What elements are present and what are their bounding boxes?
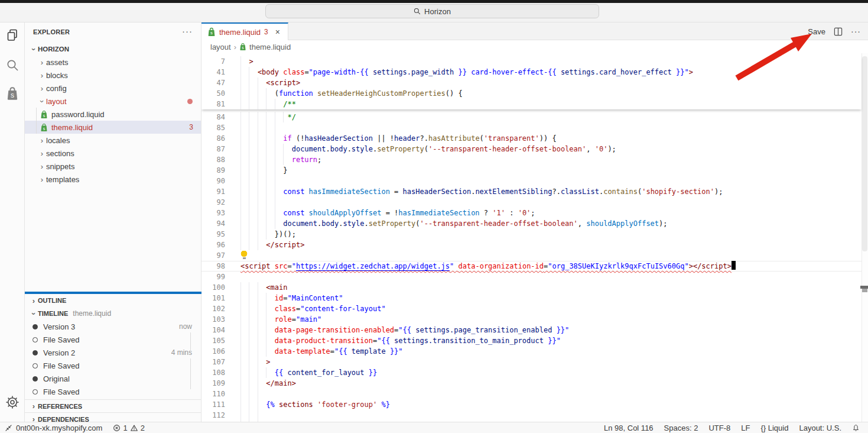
save-button[interactable]: Save <box>808 27 825 36</box>
code-line[interactable]: 101id="MainContent" <box>201 293 862 303</box>
editor-scrollbar[interactable] <box>862 53 868 422</box>
notifications-bell-icon[interactable] <box>852 424 860 432</box>
search-sidebar-icon[interactable] <box>5 58 19 72</box>
problems-status[interactable]: 1 2 <box>113 424 144 432</box>
code-token: "MainContent" <box>287 294 343 302</box>
tree-folder-assets[interactable]: assets <box>25 56 201 69</box>
code-line[interactable]: 108{{ content_for_layout }} <box>201 367 862 378</box>
code-line[interactable]: 111{% sections 'footer-group' %} <box>201 399 862 410</box>
code-line[interactable]: 96</script> <box>201 240 862 250</box>
code-line[interactable]: 92 <box>201 197 862 208</box>
code-line[interactable]: 100<main <box>201 282 862 293</box>
timeline-item-file-saved[interactable]: File Saved <box>25 333 201 346</box>
breadcrumb[interactable]: layout › s theme.liquid <box>201 40 868 53</box>
explorer-more-actions[interactable]: ··· <box>182 26 193 36</box>
code-line[interactable]: 87document.body.style.setProperty('--tra… <box>201 144 862 154</box>
line-number: 102 <box>201 303 225 314</box>
tree-folder-config[interactable]: config <box>25 82 201 95</box>
code-line[interactable]: 89} <box>201 165 862 176</box>
code-line[interactable]: 90 <box>201 176 862 186</box>
code-line[interactable]: 102class="content-for-layout" <box>201 303 862 314</box>
code-line[interactable]: 88return; <box>201 154 862 165</box>
code-line[interactable]: 7> <box>201 56 862 67</box>
outline-panel-header[interactable]: OUTLINE <box>25 294 201 307</box>
tree-folder-snippets[interactable]: snippets <box>25 160 201 173</box>
tree-root-horizon[interactable]: HORIZON <box>25 43 201 56</box>
code-token: return <box>292 156 317 164</box>
tree-folder-locales[interactable]: locales <box>25 134 201 147</box>
code-line[interactable]: 104data-page-transition-enabled="{{ sett… <box>201 325 862 335</box>
timeline-panel-header[interactable]: TIMELINE theme.liquid <box>25 307 201 320</box>
store-url-status[interactable]: 0nt00n-xk.myshopify.com <box>16 424 102 432</box>
code-token: class <box>275 305 296 313</box>
encoding-status[interactable]: UTF-8 <box>708 424 730 432</box>
code-line[interactable]: 106data-template="{{ template }}" <box>201 346 862 357</box>
code-line[interactable]: 81/** <box>201 99 862 109</box>
shopify-extension-icon[interactable]: s <box>5 86 19 101</box>
error-count: 1 <box>123 424 127 432</box>
settings-gear-icon[interactable] <box>5 395 19 409</box>
code-line[interactable]: 50(function setHeaderHeighCustomProperti… <box>201 88 862 99</box>
code-line[interactable]: 47<script> <box>201 77 862 88</box>
code-line[interactable]: 99 <box>201 272 862 282</box>
chevron-right-icon <box>38 84 46 93</box>
code-line[interactable]: 86if (!hasHeaderSection || !header?.hasA… <box>201 133 862 144</box>
code-line[interactable]: 107> <box>201 357 862 367</box>
tab-theme-liquid[interactable]: s theme.liquid 3 × <box>201 22 288 40</box>
timeline-item-file-saved[interactable]: File Saved <box>25 385 201 398</box>
tree-folder-templates[interactable]: templates <box>25 173 201 186</box>
line-number: 91 <box>201 186 225 197</box>
code-line[interactable]: 91const hasImmediateSection = hasHeaderS… <box>201 186 862 197</box>
code-line[interactable]: 98<script src="https://widget.zedchat.ap… <box>201 261 862 272</box>
code-line[interactable]: 112 <box>201 410 862 421</box>
command-center-search[interactable]: Horizon <box>265 4 599 18</box>
code-line[interactable]: 97 <box>201 250 862 261</box>
line-number: 97 <box>201 250 225 261</box>
code-line[interactable]: 94document.body.style.setProperty('--tra… <box>201 218 862 229</box>
timeline-item-version-2[interactable]: Version 2 4 mins <box>25 346 201 359</box>
timeline-item-original[interactable]: Original <box>25 372 201 385</box>
tree-file-theme-liquid[interactable]: s theme.liquid 3 <box>25 121 201 134</box>
code-line[interactable]: 105data-product-transition="{{ settings.… <box>201 335 862 346</box>
breadcrumb-file[interactable]: theme.liquid <box>249 43 291 51</box>
tree-file-password-liquid[interactable]: s password.liquid <box>25 108 201 121</box>
code-line[interactable]: 84*/ <box>201 112 862 122</box>
indent-guides <box>240 240 266 250</box>
split-editor-icon[interactable] <box>834 27 843 36</box>
line-number: 90 <box>201 176 225 186</box>
code-token: , <box>586 145 594 153</box>
explorer-icon[interactable] <box>5 28 19 43</box>
scrollbar-slider[interactable] <box>862 56 867 251</box>
tab-close-icon[interactable]: × <box>275 27 280 37</box>
chevron-down-icon <box>38 97 46 106</box>
tree-folder-blocks[interactable]: blocks <box>25 69 201 82</box>
code-line[interactable]: 93const shouldApplyOffset = !hasImmediat… <box>201 208 862 218</box>
more-actions-icon[interactable]: ··· <box>851 27 861 36</box>
indent-guides <box>240 389 266 399</box>
indent-guides <box>240 154 292 165</box>
code-line[interactable]: 110 <box>201 389 862 399</box>
tree-folder-sections[interactable]: sections <box>25 147 201 160</box>
code-line[interactable]: 41<body class="page-width-{{ settings.pa… <box>201 67 862 77</box>
timeline-item-file-saved[interactable]: File Saved <box>25 359 201 372</box>
panel-resize-sash[interactable] <box>25 292 201 294</box>
references-panel-header[interactable]: REFERENCES <box>25 399 201 412</box>
language-mode-status[interactable]: {} Liquid <box>760 424 788 432</box>
cursor-position-status[interactable]: Ln 98, Col 116 <box>604 424 654 432</box>
svg-text:s: s <box>43 112 45 118</box>
code-line[interactable]: 95})(); <box>201 229 862 240</box>
indent-guides <box>240 208 283 218</box>
code-editor[interactable]: 7>41<body class="page-width-{{ settings.… <box>201 53 868 422</box>
code-line[interactable]: 85 <box>201 122 862 133</box>
tree-folder-layout[interactable]: layout <box>25 95 201 108</box>
code-token: id <box>275 294 283 302</box>
breadcrumb-folder[interactable]: layout <box>210 43 231 51</box>
timeline-item-version-3[interactable]: Version 3 now <box>25 320 201 333</box>
code-token: body <box>321 219 339 228</box>
indentation-status[interactable]: Spaces: 2 <box>664 424 698 432</box>
eol-status[interactable]: LF <box>741 424 750 432</box>
dependencies-panel-header[interactable]: DEPENDENCIES <box>25 412 201 422</box>
keyboard-layout-status[interactable]: Layout: U.S. <box>799 424 841 432</box>
code-line[interactable]: 103role="main" <box>201 314 862 325</box>
code-line[interactable]: 109</main> <box>201 378 862 389</box>
